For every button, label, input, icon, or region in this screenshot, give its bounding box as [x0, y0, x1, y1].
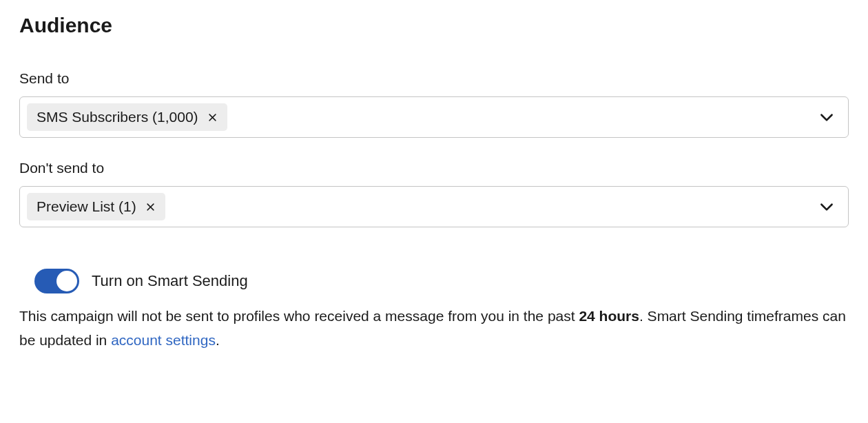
smart-sending-description: This campaign will not be sent to profil…: [19, 305, 849, 352]
dont-send-to-select[interactable]: Preview List (1): [19, 186, 849, 227]
chevron-down-icon[interactable]: [818, 108, 836, 126]
dont-send-to-chip: Preview List (1): [27, 193, 165, 220]
dont-send-to-label: Don't send to: [19, 160, 849, 176]
smart-sending-desc-text: .: [216, 332, 220, 348]
close-icon[interactable]: [145, 200, 157, 213]
smart-sending-toggle[interactable]: [34, 269, 79, 293]
audience-heading: Audience: [19, 14, 849, 37]
close-icon[interactable]: [207, 111, 219, 123]
send-to-field: Send to SMS Subscribers (1,000): [19, 70, 849, 138]
smart-sending-toggle-label: Turn on Smart Sending: [92, 272, 248, 290]
toggle-knob: [56, 271, 77, 291]
send-to-chip-label: SMS Subscribers (1,000): [37, 109, 198, 125]
dont-send-to-chip-label: Preview List (1): [37, 198, 136, 215]
dont-send-to-field: Don't send to Preview List (1): [19, 160, 849, 227]
smart-sending-timeframe: 24 hours: [579, 308, 639, 324]
send-to-select[interactable]: SMS Subscribers (1,000): [19, 96, 849, 138]
account-settings-link[interactable]: account settings: [111, 332, 216, 348]
send-to-label: Send to: [19, 70, 849, 87]
smart-sending-section: Turn on Smart Sending This campaign will…: [34, 269, 849, 352]
smart-sending-desc-text: This campaign will not be sent to profil…: [19, 308, 579, 324]
chevron-down-icon[interactable]: [818, 198, 836, 216]
send-to-chip: SMS Subscribers (1,000): [27, 103, 227, 131]
